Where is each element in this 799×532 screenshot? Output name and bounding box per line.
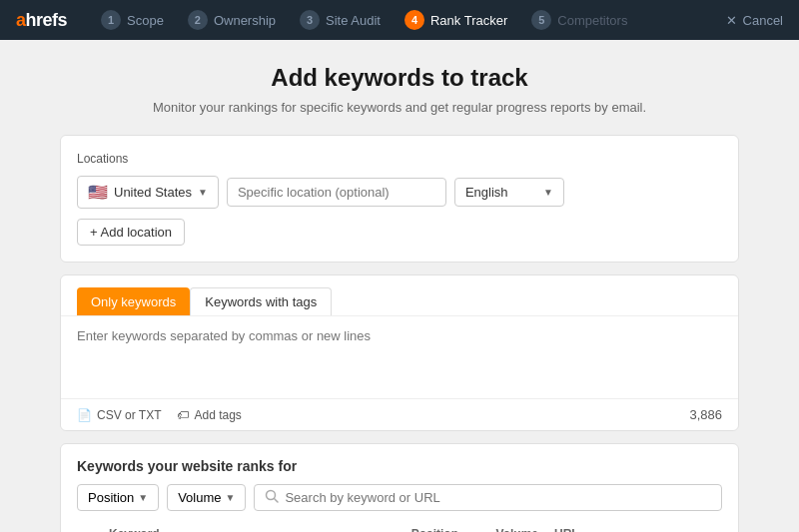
logo-white: hrefs [26, 10, 68, 30]
nav-step-ownership[interactable]: 2 Ownership [178, 6, 286, 34]
language-select[interactable]: English ▼ [454, 178, 564, 207]
cancel-button[interactable]: ✕ Cancel [726, 13, 783, 28]
rankings-title: Keywords your website ranks for [77, 458, 722, 474]
step-label-site-audit: Site Audit [326, 13, 381, 28]
tab-only-keywords-label: Only keywords [91, 294, 176, 309]
keywords-footer: 📄 CSV or TXT 🏷 Add tags 3,886 [61, 398, 738, 430]
nav-step-rank-tracker[interactable]: 4 Rank Tracker [395, 6, 517, 34]
add-tags-action[interactable]: 🏷 Add tags [177, 408, 241, 422]
keywords-tabs: Only keywords Keywords with tags [61, 275, 738, 315]
add-location-button[interactable]: + Add location [77, 219, 185, 246]
tab-keywords-with-tags-label: Keywords with tags [205, 294, 317, 309]
country-arrow-icon: ▼ [198, 187, 208, 198]
location-row: 🇺🇸 United States ▼ English ▼ [77, 176, 722, 209]
volume-filter-label: Volume [178, 490, 221, 505]
x-icon: ✕ [726, 13, 737, 28]
language-label: English [465, 185, 508, 200]
position-filter-button[interactable]: Position ▼ [77, 484, 159, 511]
nav-step-site-audit[interactable]: 3 Site Audit [290, 6, 391, 34]
step-label-ownership: Ownership [214, 13, 276, 28]
tab-keywords-with-tags[interactable]: Keywords with tags [190, 287, 332, 315]
language-arrow-icon: ▼ [543, 187, 553, 198]
keyword-col-header: Keyword [109, 527, 395, 532]
page-subtitle: Monitor your rankings for specific keywo… [60, 100, 739, 115]
step-num-2: 2 [188, 10, 208, 30]
filter-row: Position ▼ Volume ▼ [77, 484, 722, 511]
add-location-label: + Add location [90, 225, 172, 240]
step-label-competitors: Competitors [557, 13, 627, 28]
step-num-5: 5 [531, 10, 551, 30]
step-num-1: 1 [101, 10, 121, 30]
svg-line-1 [275, 499, 279, 503]
volume-arrow-icon: ▼ [226, 492, 236, 503]
locations-card: Locations 🇺🇸 United States ▼ English ▼ +… [60, 135, 739, 263]
file-icon: 📄 [77, 408, 92, 422]
rankings-card: Keywords your website ranks for Position… [60, 443, 739, 532]
nav-steps: 1 Scope 2 Ownership 3 Site Audit 4 Rank … [91, 6, 726, 34]
csv-label: CSV or TXT [97, 408, 161, 422]
main-content: Add keywords to track Monitor your ranki… [0, 40, 799, 532]
tag-icon: 🏷 [177, 408, 189, 422]
table-header: Keyword Position Volume URL [77, 521, 722, 532]
country-label: United States [114, 185, 192, 200]
keywords-count: 3,886 [689, 407, 722, 422]
step-label-rank-tracker: Rank Tracker [430, 13, 507, 28]
logo-orange: a [16, 10, 26, 30]
volume-col-header: Volume [474, 527, 554, 532]
step-num-4: 4 [404, 10, 424, 30]
keywords-textarea[interactable] [61, 315, 738, 395]
csv-upload-action[interactable]: 📄 CSV or TXT [77, 408, 161, 422]
url-col-header: URL [554, 527, 714, 532]
us-flag-icon: 🇺🇸 [88, 183, 108, 202]
logo[interactable]: ahrefs [16, 10, 67, 31]
add-col-header [85, 527, 109, 532]
volume-filter-button[interactable]: Volume ▼ [167, 484, 246, 511]
nav-step-scope[interactable]: 1 Scope [91, 6, 174, 34]
cancel-label: Cancel [743, 13, 783, 28]
position-col-header: Position [395, 527, 474, 532]
top-nav: ahrefs 1 Scope 2 Ownership 3 Site Audit … [0, 0, 799, 40]
page-title: Add keywords to track [60, 64, 739, 92]
keyword-search-wrap [254, 484, 722, 511]
position-filter-label: Position [88, 490, 134, 505]
search-icon [265, 489, 279, 506]
keyword-search-input[interactable] [285, 490, 711, 505]
tab-only-keywords[interactable]: Only keywords [77, 287, 190, 315]
specific-location-input[interactable] [227, 178, 446, 207]
nav-step-competitors[interactable]: 5 Competitors [521, 6, 637, 34]
locations-label: Locations [77, 152, 722, 166]
step-label-scope: Scope [127, 13, 164, 28]
country-select[interactable]: 🇺🇸 United States ▼ [77, 176, 219, 209]
keywords-card: Only keywords Keywords with tags 📄 CSV o… [60, 274, 739, 431]
step-num-3: 3 [300, 10, 320, 30]
add-tags-label: Add tags [194, 408, 241, 422]
position-arrow-icon: ▼ [138, 492, 148, 503]
